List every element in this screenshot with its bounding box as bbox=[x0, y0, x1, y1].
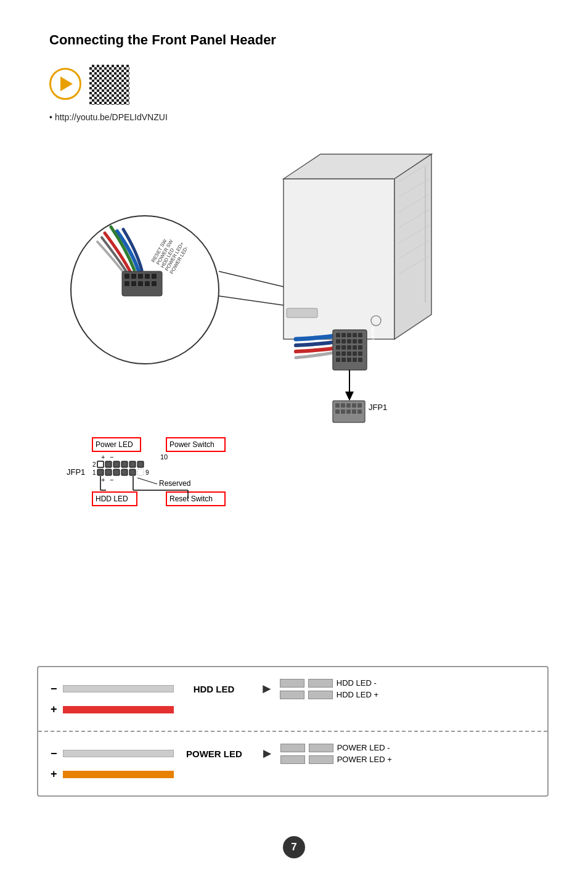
svg-text:1: 1 bbox=[92, 469, 96, 476]
svg-text:10: 10 bbox=[160, 453, 168, 461]
svg-rect-56 bbox=[341, 358, 346, 362]
svg-rect-90 bbox=[97, 469, 104, 475]
svg-text:Power Switch: Power Switch bbox=[169, 440, 214, 449]
wiring-diagram: − HDD LED ► HDD LED - HDD LED + + bbox=[37, 666, 549, 797]
power-minus-sign: − bbox=[51, 747, 63, 760]
power-pin-block-plus2 bbox=[309, 755, 333, 764]
svg-rect-46 bbox=[341, 345, 346, 350]
power-led-plus-row: + bbox=[51, 768, 535, 781]
svg-text:−: − bbox=[110, 453, 113, 461]
power-led-minus-label: POWER LED - bbox=[337, 743, 390, 752]
svg-rect-37 bbox=[347, 333, 351, 337]
hdd-arrow: ► bbox=[260, 681, 274, 697]
svg-rect-71 bbox=[346, 409, 351, 414]
svg-rect-47 bbox=[347, 345, 351, 350]
svg-line-30 bbox=[219, 271, 284, 287]
svg-rect-16 bbox=[131, 274, 136, 279]
power-arrow: ► bbox=[261, 745, 274, 762]
hdd-pin-block-minus2 bbox=[308, 679, 333, 688]
svg-rect-64 bbox=[335, 403, 340, 408]
power-wire-minus bbox=[63, 750, 174, 757]
power-led-minus-row: − POWER LED ► POWER LED - POWER LED + bbox=[51, 743, 535, 764]
play-button-icon[interactable] bbox=[49, 68, 81, 100]
svg-rect-12 bbox=[287, 308, 317, 318]
page-title: Connecting the Front Panel Header bbox=[49, 32, 276, 48]
svg-text:Reserved: Reserved bbox=[159, 479, 190, 488]
svg-rect-44 bbox=[358, 339, 362, 343]
svg-rect-68 bbox=[357, 403, 362, 408]
svg-text:RESET SW: RESET SW bbox=[370, 327, 375, 350]
svg-rect-85 bbox=[121, 461, 128, 467]
svg-text:JFP1: JFP1 bbox=[369, 403, 387, 412]
qr-code-image bbox=[89, 65, 129, 105]
svg-rect-55 bbox=[336, 358, 340, 362]
power-led-section: − POWER LED ► POWER LED - POWER LED + + bbox=[38, 732, 547, 795]
hdd-led-plus-row: + bbox=[51, 703, 535, 716]
svg-rect-36 bbox=[341, 333, 346, 337]
svg-rect-69 bbox=[335, 409, 340, 414]
hdd-pin-block-plus bbox=[280, 691, 304, 699]
svg-rect-40 bbox=[336, 339, 340, 343]
svg-rect-15 bbox=[125, 274, 129, 279]
svg-rect-48 bbox=[353, 345, 357, 350]
svg-line-99 bbox=[137, 478, 157, 484]
power-plus-sign: + bbox=[51, 768, 63, 781]
power-led-plus-connector: POWER LED + bbox=[280, 755, 392, 764]
svg-marker-2 bbox=[394, 154, 431, 339]
url-text: •http://youtu.be/DPELIdVNZUI bbox=[49, 112, 168, 122]
svg-rect-43 bbox=[353, 339, 357, 343]
svg-rect-21 bbox=[131, 281, 136, 286]
svg-rect-20 bbox=[125, 281, 129, 286]
hdd-wire-minus bbox=[63, 685, 174, 692]
svg-rect-35 bbox=[336, 333, 340, 337]
svg-rect-70 bbox=[341, 409, 345, 414]
svg-rect-58 bbox=[353, 358, 357, 362]
svg-rect-50 bbox=[336, 351, 340, 356]
power-wire-plus bbox=[63, 771, 174, 778]
svg-rect-22 bbox=[138, 281, 143, 286]
hdd-led-plus-label: HDD LED + bbox=[337, 690, 378, 699]
svg-rect-83 bbox=[105, 461, 112, 467]
hdd-pin-labels: HDD LED - HDD LED + bbox=[280, 678, 378, 699]
svg-marker-61 bbox=[345, 392, 354, 401]
svg-rect-49 bbox=[358, 345, 362, 350]
power-led-minus-connector: POWER LED - bbox=[280, 743, 392, 752]
power-pin-block-minus2 bbox=[309, 744, 333, 752]
svg-rect-42 bbox=[347, 339, 351, 343]
svg-rect-51 bbox=[341, 351, 346, 356]
svg-rect-66 bbox=[346, 403, 351, 408]
hdd-minus-sign: − bbox=[51, 683, 63, 696]
svg-rect-65 bbox=[341, 403, 345, 408]
svg-text:2: 2 bbox=[92, 461, 96, 468]
svg-text:Reset Switch: Reset Switch bbox=[169, 495, 213, 503]
svg-rect-23 bbox=[145, 281, 150, 286]
svg-rect-95 bbox=[137, 469, 144, 475]
svg-rect-53 bbox=[353, 351, 357, 356]
svg-text:JFP1: JFP1 bbox=[67, 467, 85, 477]
power-led-plus-label: POWER LED + bbox=[337, 755, 392, 764]
svg-rect-59 bbox=[358, 358, 362, 362]
svg-rect-52 bbox=[347, 351, 351, 356]
hdd-plus-sign: + bbox=[51, 703, 63, 716]
svg-text:HDD LED: HDD LED bbox=[96, 495, 128, 503]
svg-text:+: + bbox=[101, 453, 105, 461]
svg-rect-54 bbox=[358, 351, 362, 356]
svg-rect-87 bbox=[137, 461, 144, 467]
svg-rect-45 bbox=[336, 345, 340, 350]
svg-rect-67 bbox=[352, 403, 356, 408]
svg-text:+: + bbox=[101, 476, 105, 483]
svg-rect-72 bbox=[352, 409, 356, 414]
svg-rect-91 bbox=[105, 469, 112, 475]
power-wire-label: POWER LED bbox=[186, 749, 242, 759]
svg-rect-39 bbox=[358, 333, 362, 337]
svg-line-31 bbox=[219, 296, 284, 305]
power-pin-block-minus bbox=[280, 744, 305, 752]
svg-rect-73 bbox=[357, 409, 362, 414]
svg-rect-17 bbox=[138, 274, 143, 279]
svg-rect-38 bbox=[353, 333, 357, 337]
hdd-led-minus-connector: HDD LED - bbox=[280, 678, 378, 688]
hdd-wire-plus bbox=[63, 706, 174, 713]
svg-rect-18 bbox=[145, 274, 150, 279]
hdd-led-plus-connector: HDD LED + bbox=[280, 690, 378, 699]
svg-rect-92 bbox=[113, 469, 120, 475]
